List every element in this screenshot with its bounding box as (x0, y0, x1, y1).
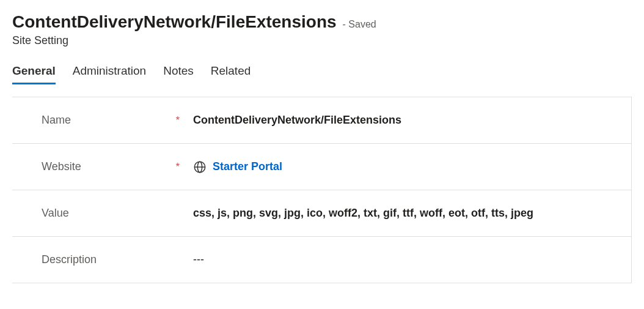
field-row-name: Name * ContentDeliveryNetwork/FileExtens… (12, 97, 631, 144)
field-label-description: Description (42, 253, 97, 266)
field-row-website: Website * Starter Portal (12, 144, 631, 190)
field-label-cell: Name * (42, 114, 193, 127)
field-label-website: Website (42, 160, 81, 173)
name-field[interactable]: ContentDeliveryNetwork/FileExtensions (193, 114, 631, 127)
tab-related[interactable]: Related (211, 64, 251, 84)
field-row-description: Description --- (12, 237, 631, 283)
website-lookup-link[interactable]: Starter Portal (213, 160, 282, 173)
field-label-cell: Value (42, 207, 193, 220)
tab-administration[interactable]: Administration (73, 64, 146, 84)
description-field[interactable]: --- (193, 253, 631, 266)
page-header: ContentDeliveryNetwork/FileExtensions - … (12, 12, 632, 32)
value-field[interactable]: css, js, png, svg, jpg, ico, woff2, txt,… (193, 207, 631, 220)
entity-type-label: Site Setting (12, 34, 632, 47)
save-status: - Saved (343, 19, 376, 30)
page-title: ContentDeliveryNetwork/FileExtensions (12, 12, 337, 32)
tab-general[interactable]: General (12, 64, 56, 84)
field-label-cell: Description (42, 253, 193, 266)
globe-icon (193, 160, 207, 174)
field-label-value: Value (42, 207, 69, 220)
field-row-value: Value css, js, png, svg, jpg, ico, woff2… (12, 190, 631, 237)
field-label-cell: Website * (42, 160, 193, 173)
form-panel: Name * ContentDeliveryNetwork/FileExtens… (12, 97, 632, 283)
field-label-name: Name (42, 114, 71, 127)
website-field[interactable]: Starter Portal (193, 160, 631, 174)
tab-bar: General Administration Notes Related (12, 64, 632, 84)
tab-notes[interactable]: Notes (163, 64, 194, 84)
required-marker: * (176, 162, 180, 173)
required-marker: * (176, 115, 180, 126)
